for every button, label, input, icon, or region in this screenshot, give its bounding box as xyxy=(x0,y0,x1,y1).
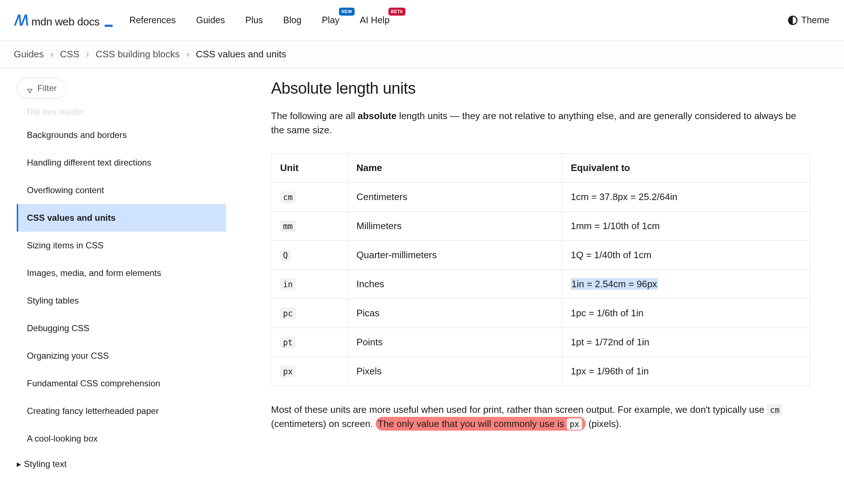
sidebar-section-styling-text[interactable]: ▸ Styling text xyxy=(17,458,226,471)
badge-new: NEW xyxy=(339,8,355,16)
unit-code: Q xyxy=(280,249,291,261)
cell-name: Points xyxy=(348,328,562,357)
crumb-building[interactable]: CSS building blocks xyxy=(96,47,179,61)
theme-icon xyxy=(788,16,797,25)
table-header-row: Unit Name Equivalent to xyxy=(271,154,810,183)
sidebar-item-organizing[interactable]: Organizing your CSS xyxy=(17,342,226,370)
sidebar-item-letterhead[interactable]: Creating fancy letterheaded paper xyxy=(17,397,226,425)
cell-name: Millimeters xyxy=(348,212,562,241)
nav-references[interactable]: References xyxy=(129,13,176,27)
table-row: inInches1in = 2.54cm = 96px xyxy=(271,270,810,299)
cell-equiv: 1Q = 1/40th of 1cm xyxy=(562,241,810,270)
cell-unit: Q xyxy=(271,241,348,270)
nav-label: AI Help xyxy=(360,15,389,25)
nav-guides[interactable]: Guides xyxy=(196,13,225,27)
chevron-right-icon: › xyxy=(50,47,53,61)
follow-paragraph: Most of these units are more useful when… xyxy=(271,403,810,431)
sidebar-item-sizing[interactable]: Sizing items in CSS xyxy=(17,232,226,259)
follow-p1: Most of these units are more useful when… xyxy=(271,404,767,415)
cell-unit: in xyxy=(271,270,348,299)
article: Absolute length units The following are … xyxy=(236,68,832,460)
table-row: QQuarter-millimeters1Q = 1/40th of 1cm xyxy=(271,241,810,270)
table-row: mmMillimeters1mm = 1/10th of 1cm xyxy=(271,212,810,241)
table-row: pcPicas1pc = 1/6th of 1in xyxy=(271,299,810,328)
nav-label: Blog xyxy=(283,15,302,25)
cell-equiv: 1cm = 37.8px = 25.2/64in xyxy=(562,183,810,212)
th-unit: Unit xyxy=(271,154,348,183)
cell-equiv: 1mm = 1/10th of 1cm xyxy=(562,212,810,241)
unit-code: px xyxy=(280,366,296,377)
logo-underscore-icon xyxy=(105,25,113,27)
sidebar-item-tables[interactable]: Styling tables xyxy=(17,287,226,314)
filter-label: Filter xyxy=(37,82,57,95)
sidebar-item-fundamental[interactable]: Fundamental CSS comprehension xyxy=(17,370,226,397)
red-highlight: The only value that you will commonly us… xyxy=(376,417,586,431)
crumb-current: CSS values and units xyxy=(196,47,286,61)
sidebar-item-backgrounds[interactable]: Backgrounds and borders xyxy=(17,121,226,149)
funnel-icon xyxy=(27,85,33,92)
sidebar-filter[interactable]: Filter xyxy=(17,78,66,99)
nav-ai-help[interactable]: AI Help BETA xyxy=(360,13,389,27)
cell-unit: pt xyxy=(271,328,348,357)
sidebar-item-truncated: The box model xyxy=(17,105,226,121)
sidebar-item-images-media[interactable]: Images, media, and form elements xyxy=(17,259,226,287)
code-px: px xyxy=(567,418,582,430)
th-equiv: Equivalent to xyxy=(562,154,810,183)
th-name: Name xyxy=(348,154,562,183)
nav-plus[interactable]: Plus xyxy=(245,13,263,27)
nav-blog[interactable]: Blog xyxy=(283,13,302,27)
crumb-css[interactable]: CSS xyxy=(60,47,79,61)
follow-p3: (pixels). xyxy=(586,418,621,429)
sidebar-item-overflow[interactable]: Overflowing content xyxy=(17,176,226,204)
cell-equiv: 1in = 2.54cm = 96px xyxy=(562,270,810,299)
top-bar: /\/\ mdn web docs References Guides Plus… xyxy=(0,0,844,41)
sidebar-section-label: Styling text xyxy=(24,458,66,471)
unit-code: in xyxy=(280,279,296,290)
cell-unit: px xyxy=(271,357,348,386)
sidebar: Filter The box model Backgrounds and bor… xyxy=(0,68,236,485)
theme-toggle[interactable]: Theme xyxy=(788,13,829,27)
nav-label: References xyxy=(129,15,176,25)
table-row: ptPoints1pt = 1/72nd of 1in xyxy=(271,328,810,357)
chevron-right-icon: › xyxy=(186,47,189,61)
cell-unit: mm xyxy=(271,212,348,241)
chevron-right-icon: › xyxy=(86,47,89,61)
triangle-right-icon: ▸ xyxy=(17,458,21,471)
cell-name: Inches xyxy=(348,270,562,299)
nav-play[interactable]: Play NEW xyxy=(322,13,340,27)
unit-code: mm xyxy=(280,220,296,232)
section-heading: Absolute length units xyxy=(271,76,810,100)
lead-paragraph: The following are all absolute length un… xyxy=(271,109,810,137)
sidebar-list: Backgrounds and borders Handling differe… xyxy=(17,121,226,452)
cell-name: Centimeters xyxy=(348,183,562,212)
sidebar-item-cool-box[interactable]: A cool-looking box xyxy=(17,425,226,452)
cell-name: Picas xyxy=(348,299,562,328)
logo-mark-icon: /\/\ xyxy=(15,9,28,31)
badge-beta: BETA xyxy=(388,8,406,16)
nav-label: Plus xyxy=(245,15,263,25)
breadcrumb: Guides › CSS › CSS building blocks › CSS… xyxy=(0,41,844,68)
unit-code: cm xyxy=(280,191,296,203)
cell-unit: cm xyxy=(271,183,348,212)
code-cm: cm xyxy=(767,404,783,416)
table-row: pxPixels1px = 1/96th of 1in xyxy=(271,357,810,386)
lead-strong: absolute xyxy=(358,110,396,121)
cell-equiv: 1px = 1/96th of 1in xyxy=(562,357,810,386)
logo[interactable]: /\/\ mdn web docs xyxy=(15,9,113,31)
unit-code: pc xyxy=(280,308,296,319)
selection-highlight: 1in = 2.54cm = 96px xyxy=(571,278,658,290)
nav-label: Play xyxy=(322,15,340,25)
cell-name: Pixels xyxy=(348,357,562,386)
nav-label: Guides xyxy=(196,15,225,25)
cell-unit: pc xyxy=(271,299,348,328)
sidebar-item-values-units[interactable]: CSS values and units xyxy=(17,204,226,232)
top-nav: References Guides Plus Blog Play NEW AI … xyxy=(129,13,389,27)
sidebar-item-text-dir[interactable]: Handling different text directions xyxy=(17,149,226,176)
unit-code: pt xyxy=(280,337,296,348)
table-row: cmCentimeters1cm = 37.8px = 25.2/64in xyxy=(271,183,810,212)
sidebar-item-debugging[interactable]: Debugging CSS xyxy=(17,314,226,342)
crumb-guides[interactable]: Guides xyxy=(14,47,44,61)
units-table: Unit Name Equivalent to cmCentimeters1cm… xyxy=(271,153,810,386)
follow-red: The only value that you will commonly us… xyxy=(378,418,567,429)
logo-text: mdn web docs xyxy=(31,13,99,30)
